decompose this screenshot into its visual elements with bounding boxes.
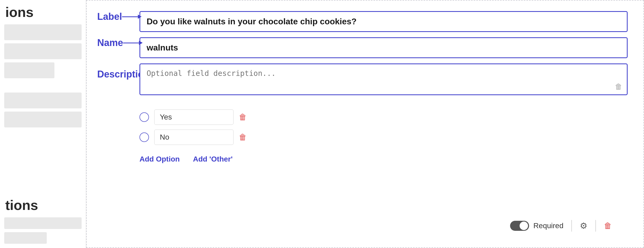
label-input[interactable] — [139, 11, 628, 32]
form-card-wrapper: Label Name — [86, 0, 644, 248]
option-row-yes: 🗑 — [139, 109, 628, 125]
sidebar-bottom-items — [0, 217, 86, 248]
label-arrow-shaft — [122, 16, 138, 17]
name-arrow-shaft — [123, 43, 139, 43]
sidebar-bottom-placeholder-2 — [4, 232, 47, 244]
sidebar: ions tions — [0, 0, 86, 248]
label-field-row: Label — [139, 11, 628, 32]
label-field-label: Label — [97, 11, 122, 22]
name-arrow — [123, 41, 143, 45]
add-other-button[interactable]: Add 'Other' — [193, 155, 232, 163]
radio-yes[interactable] — [139, 112, 149, 122]
bottom-toolbar: Required ⚙ 🗑 — [139, 215, 628, 237]
sidebar-placeholder-2 — [4, 43, 82, 59]
description-input-container: 🗑 — [139, 63, 628, 96]
settings-icon[interactable]: ⚙ — [580, 221, 587, 231]
required-label: Required — [533, 222, 563, 230]
name-field-label: Name — [97, 37, 123, 48]
label-field-annotation: Label — [97, 11, 142, 22]
description-input[interactable] — [139, 63, 628, 95]
sidebar-placeholder-4 — [4, 93, 82, 108]
name-input-container — [139, 37, 628, 58]
sidebar-bottom-placeholder-1 — [4, 217, 82, 229]
add-options-row: Add Option Add 'Other' — [139, 155, 628, 163]
name-input[interactable] — [139, 37, 628, 58]
label-input-container — [139, 11, 628, 32]
sidebar-placeholder-3 — [4, 62, 54, 78]
name-field-row: Name — [139, 37, 628, 58]
sidebar-bottom-label: tions — [0, 193, 86, 217]
delete-option-yes[interactable]: 🗑 — [239, 113, 247, 122]
option-input-yes[interactable] — [154, 109, 234, 125]
toolbar-divider-1 — [571, 220, 572, 232]
sidebar-placeholder-1 — [4, 24, 82, 40]
delete-option-no[interactable]: 🗑 — [239, 133, 247, 142]
add-option-button[interactable]: Add Option — [139, 155, 180, 163]
option-row-no: 🗑 — [139, 130, 628, 145]
toggle-thumb — [520, 222, 528, 230]
sidebar-mid-section — [0, 20, 86, 132]
sidebar-placeholder-5 — [4, 112, 82, 127]
required-toggle-wrapper: Required — [510, 221, 563, 231]
label-arrow-head — [138, 15, 142, 19]
name-field-annotation: Name — [97, 37, 143, 48]
radio-no[interactable] — [139, 132, 149, 142]
required-toggle[interactable] — [510, 221, 529, 231]
toolbar-divider-2 — [595, 220, 596, 232]
form-card: Label Name — [86, 0, 644, 248]
label-arrow — [122, 15, 142, 19]
option-input-no[interactable] — [154, 130, 234, 145]
main-content: Label Name — [86, 0, 644, 248]
name-arrow-head — [139, 41, 143, 45]
description-delete-icon[interactable]: 🗑 — [615, 82, 622, 91]
delete-field-icon[interactable]: 🗑 — [604, 221, 612, 230]
options-section: 🗑 🗑 Add Option Add 'Other' — [139, 109, 628, 163]
description-field-row: Description 🗑 — [139, 63, 628, 96]
sidebar-top-label: ions — [0, 0, 86, 20]
